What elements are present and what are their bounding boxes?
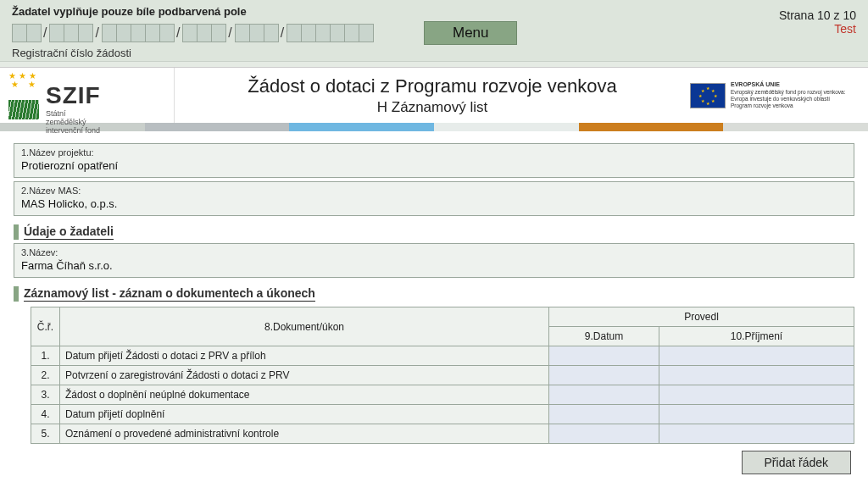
document-header: ★ ★ ★ ★ ★ SZIF Státní zemědělský interve… bbox=[0, 67, 868, 123]
section-applicant-title: Údaje o žadateli bbox=[24, 224, 114, 240]
cell-row-number: 4. bbox=[31, 405, 60, 424]
cell-surname-input[interactable] bbox=[659, 366, 854, 385]
cell-document: Datum přijetí Žádosti o dotaci z PRV a p… bbox=[60, 346, 549, 366]
reg-seg-6[interactable] bbox=[287, 24, 373, 42]
eu-flag-icon: ★ ★ ★ ★ ★ ★ ★ ★ bbox=[690, 83, 726, 108]
page-title: Žádost o dotaci z Programu rozvoje venko… bbox=[178, 75, 687, 97]
cell-date-input[interactable] bbox=[549, 346, 659, 366]
cell-row-number: 2. bbox=[31, 366, 60, 385]
menu-button[interactable]: Menu bbox=[424, 21, 517, 45]
instruction-text: Žadatel vyplňuje pouze bíle podbarvená p… bbox=[12, 5, 779, 18]
value-applicant-name: Farma Číhaň s.r.o. bbox=[21, 258, 847, 272]
cell-surname-input[interactable] bbox=[659, 385, 854, 405]
eu-line2: Evropský zemědělský fond pro rozvoj venk… bbox=[731, 89, 845, 95]
eu-logo-block: ★ ★ ★ ★ ★ ★ ★ ★ EVROPSKÁ UNIE Evropský z… bbox=[690, 81, 868, 109]
cell-date-input[interactable] bbox=[549, 424, 659, 444]
label-mas-name: 2.Název MAS: bbox=[21, 186, 847, 196]
th-date: 9.Datum bbox=[549, 327, 659, 346]
registration-label: Registrační číslo žádosti bbox=[12, 47, 779, 59]
section-record-title: Záznamový list - záznam o dokumentech a … bbox=[24, 286, 315, 302]
eu-line1: EVROPSKÁ UNIE bbox=[731, 81, 780, 87]
top-bar: Žadatel vyplňuje pouze bíle podbarvená p… bbox=[0, 0, 868, 62]
field-project-name: 1.Název projektu: Protierozní opatření bbox=[14, 143, 854, 178]
cell-surname-input[interactable] bbox=[659, 346, 854, 366]
test-label: Test bbox=[779, 22, 856, 36]
table-row: 3.Žádost o doplnění neúplné dokumentace bbox=[31, 385, 854, 405]
szif-text: SZIF bbox=[46, 82, 101, 109]
th-performed-by: Provedl bbox=[549, 307, 854, 327]
label-applicant-name: 3.Název: bbox=[21, 247, 847, 258]
cell-row-number: 5. bbox=[31, 424, 60, 444]
cell-date-input[interactable] bbox=[549, 405, 659, 424]
reg-seg-3[interactable] bbox=[102, 24, 174, 42]
records-table: Č.ř. 8.Dokument/úkon Provedl 9.Datum 10.… bbox=[31, 307, 854, 444]
th-row-number: Č.ř. bbox=[31, 307, 60, 346]
eu-line4: Program rozvoje venkova bbox=[731, 102, 793, 108]
reg-seg-4[interactable] bbox=[182, 24, 225, 42]
section-record: Záznamový list - záznam o dokumentech a … bbox=[14, 286, 854, 302]
cell-row-number: 1. bbox=[31, 346, 60, 366]
value-mas-name: MAS Holicko, o.p.s. bbox=[21, 196, 847, 210]
field-applicant-name: 3.Název: Farma Číhaň s.r.o. bbox=[14, 243, 854, 278]
value-project-name: Protierozní opatření bbox=[21, 158, 847, 172]
field-mas-name: 2.Název MAS: MAS Holicko, o.p.s. bbox=[14, 181, 854, 216]
reg-seg-1[interactable] bbox=[12, 24, 41, 42]
table-row: 1.Datum přijetí Žádosti o dotaci z PRV a… bbox=[31, 346, 854, 366]
cell-row-number: 3. bbox=[31, 385, 60, 405]
add-row-button[interactable]: Přidat řádek bbox=[742, 451, 851, 474]
th-document: 8.Dokument/úkon bbox=[60, 307, 549, 346]
cell-document: Žádost o doplnění neúplné dokumentace bbox=[60, 385, 549, 405]
cell-document: Oznámení o provedené administrativní kon… bbox=[60, 424, 549, 444]
cell-surname-input[interactable] bbox=[659, 424, 854, 444]
reg-seg-5[interactable] bbox=[235, 24, 278, 42]
table-row: 4.Datum přijetí doplnění bbox=[31, 405, 854, 424]
page-number: Strana 10 z 10 bbox=[779, 8, 856, 22]
label-project-name: 1.Název projektu: bbox=[21, 147, 847, 158]
table-row: 5.Oznámení o provedené administrativní k… bbox=[31, 424, 854, 444]
cell-surname-input[interactable] bbox=[659, 405, 854, 424]
cell-document: Datum přijetí doplnění bbox=[60, 405, 549, 424]
szif-subtitle: Státní zemědělský intervenční fond bbox=[46, 109, 101, 135]
th-surname: 10.Příjmení bbox=[659, 327, 854, 346]
cell-date-input[interactable] bbox=[549, 385, 659, 405]
reg-seg-2[interactable] bbox=[49, 24, 92, 42]
cell-document: Potvrzení o zaregistrování Žádosti o dot… bbox=[60, 366, 549, 385]
page-subtitle: H Záznamový list bbox=[178, 99, 687, 116]
szif-logo: ★ ★ ★ ★ ★ SZIF Státní zemědělský interve… bbox=[0, 68, 175, 124]
cell-date-input[interactable] bbox=[549, 366, 659, 385]
add-row-button-label: Přidat řádek bbox=[765, 456, 828, 469]
table-row: 2.Potvrzení o zaregistrování Žádosti o d… bbox=[31, 366, 854, 385]
section-applicant: Údaje o žadateli bbox=[14, 224, 854, 240]
eu-line3: Evropa investuje do venkovských oblastí bbox=[731, 96, 830, 102]
registration-number-row: / / / / / Menu bbox=[12, 21, 779, 45]
color-strip bbox=[0, 123, 868, 131]
menu-button-label: Menu bbox=[453, 25, 489, 42]
